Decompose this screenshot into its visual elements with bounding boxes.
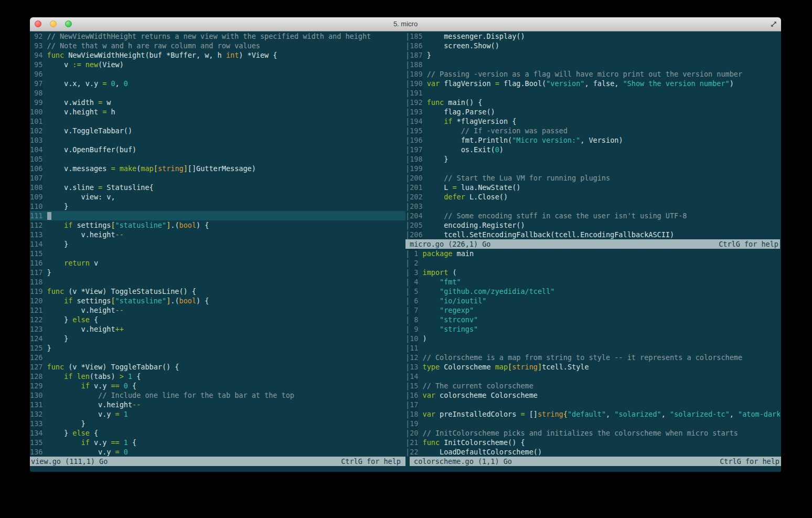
code-line[interactable]: 135 if v.y == 1 { [30,438,405,447]
code-line[interactable]: |2 [405,258,780,268]
editor-pane-view-go[interactable]: 92// NewViewWidthHeight returns a new vi… [30,31,405,457]
code-line[interactable]: 112 if settings["statusline"].(bool) { [30,220,405,230]
code-line[interactable]: |22 LoadDefaultColorscheme() [405,447,780,457]
code-text: messenger.Display() [423,31,525,41]
code-line[interactable]: 136 v.y = 0 [30,447,405,457]
code-line[interactable]: |6 "io/ioutil" [405,296,780,305]
code-line[interactable]: 117} [30,268,405,277]
editor-pane-micro-go[interactable]: |185 messenger.Display()|186 screen.Show… [405,31,780,239]
code-line[interactable]: 133 } [30,419,405,428]
code-line[interactable]: |185 messenger.Display() [405,31,780,41]
code-line[interactable]: |5 "github.com/zyedidia/tcell" [405,287,780,296]
code-line[interactable]: 130 // Include one line for the tab bar … [30,390,405,400]
code-line[interactable]: 128 if len(tabs) > 1 { [30,372,405,381]
code-line[interactable]: |4 "fmt" [405,277,780,287]
code-line[interactable]: |9 "strings" [405,324,780,334]
code-line[interactable]: |186 screen.Show() [405,41,780,50]
code-line[interactable]: 103 [30,135,405,145]
code-line[interactable]: 97 v.x, v.y = 0, 0 [30,79,405,88]
code-line[interactable]: 102 v.ToggleTabbar() [30,126,405,135]
code-line[interactable]: |199 [405,164,780,173]
code-text: v.y = 0 [42,447,128,457]
code-line[interactable]: 114 } [30,239,405,249]
code-line[interactable]: 100 v.height = h [30,107,405,117]
fullscreen-arrows-icon[interactable] [770,20,778,28]
code-line[interactable]: 93// Note that w and h are raw column an… [30,41,405,50]
code-line[interactable]: 113 v.height-- [30,230,405,239]
code-line[interactable]: 110 } [30,202,405,211]
code-line[interactable]: 111 [30,211,405,220]
code-line[interactable]: 94func NewViewWidthHeight(buf *Buffer, w… [30,50,405,60]
code-line[interactable]: 108 v.sline = Statusline{ [30,183,405,192]
code-line[interactable]: |200 // Start the Lua VM for running plu… [405,173,780,183]
code-line[interactable]: 131 v.height-- [30,400,405,409]
code-line[interactable]: 106 v.messages = make(map[string][]Gutte… [30,164,405,173]
code-line[interactable]: |202 defer L.Close() [405,192,780,202]
code-line[interactable]: 101 [30,117,405,126]
code-line[interactable]: 122 } else { [30,315,405,324]
code-line[interactable]: |21func InitColorscheme() { [405,438,780,447]
code-line[interactable]: |190var flagVersion = flag.Bool("version… [405,79,780,88]
code-line[interactable]: 132 v.y = 1 [30,409,405,419]
code-line[interactable]: 123 v.height++ [30,324,405,334]
code-line[interactable]: |193 flag.Parse() [405,107,780,117]
code-line[interactable]: |16var colorscheme Colorscheme [405,390,780,400]
line-number: 203 [410,202,422,211]
code-line[interactable]: |15// The current colorscheme [405,381,780,390]
code-line[interactable]: |189// Passing -version as a flag will h… [405,69,780,79]
code-line[interactable]: |206 tcell.SetEncodingFallback(tcell.Enc… [405,230,780,239]
code-line[interactable]: 109 view: v, [30,192,405,202]
code-line[interactable]: |194 if *flagVersion { [405,117,780,126]
code-line[interactable]: 118 [30,277,405,287]
code-line[interactable]: 96 [30,69,405,79]
code-line[interactable]: |17 [405,400,780,409]
code-line[interactable]: |203 [405,202,780,211]
code-line[interactable]: 105 [30,154,405,164]
code-line[interactable]: |188 [405,60,780,69]
code-line[interactable]: |10) [405,334,780,343]
code-line[interactable]: 125} [30,343,405,353]
code-line[interactable]: |192func main() { [405,98,780,107]
code-line[interactable]: |187} [405,50,780,60]
code-line[interactable]: 129 if v.y == 0 { [30,381,405,390]
code-line[interactable]: |20// InitColorscheme picks and initiali… [405,428,780,438]
code-line[interactable]: |198 } [405,154,780,164]
code-line[interactable]: |8 "strconv" [405,315,780,324]
code-line[interactable]: 99 v.width = w [30,98,405,107]
code-line[interactable]: |195 // If -version was passed [405,126,780,135]
code-text: if settings["statusline"].(bool) { [42,220,209,230]
code-text: // Some encoding stuff in case the user … [423,211,687,220]
code-line[interactable]: 92// NewViewWidthHeight returns a new vi… [30,31,405,41]
code-line[interactable]: |191 [405,88,780,98]
code-line[interactable]: 98 [30,88,405,98]
code-line[interactable]: 119func (v *View) ToggleStatusLine() { [30,287,405,296]
code-line[interactable]: 104 v.OpenBuffer(buf) [30,145,405,154]
code-line[interactable]: |3import ( [405,268,780,277]
code-line[interactable]: |205 encoding.Register() [405,220,780,230]
code-line[interactable]: 120 if settings["statusline"].(bool) { [30,296,405,305]
code-line[interactable]: 116 return v [30,258,405,268]
code-line[interactable]: |201 L = lua.NewState() [405,183,780,192]
window-titlebar[interactable]: 5. micro [30,17,781,31]
code-line[interactable]: 115 [30,249,405,258]
code-line[interactable]: 95 v := new(View) [30,60,405,69]
code-line[interactable]: |11 [405,343,780,353]
code-line[interactable]: |1package main [405,249,780,258]
code-line[interactable]: 134 } else { [30,428,405,438]
code-line[interactable]: |204 // Some encoding stuff in case the … [405,211,780,220]
code-line[interactable]: 121 v.height-- [30,305,405,315]
code-line[interactable]: 124 } [30,334,405,343]
code-line[interactable]: 127func (v *View) ToggleTabbar() { [30,362,405,372]
code-line[interactable]: 107 [30,173,405,183]
code-text: os.Exit(0) [423,145,504,154]
code-line[interactable]: |7 "regexp" [405,305,780,315]
code-line[interactable]: |18var preInstalledColors = []string{"de… [405,409,780,419]
code-line[interactable]: |13type Colorscheme map[string]tcell.Sty… [405,362,780,372]
editor-pane-colorscheme-go[interactable]: |1package main|2|3import (|4 "fmt"|5 "gi… [405,249,780,457]
code-line[interactable]: 126 [30,353,405,362]
code-line[interactable]: |197 os.Exit(0) [405,145,780,154]
code-line[interactable]: |12// Colorscheme is a map from string t… [405,353,780,362]
code-line[interactable]: |19 [405,419,780,428]
code-line[interactable]: |196 fmt.Println("Micro version:", Versi… [405,135,780,145]
code-line[interactable]: |14 [405,372,780,381]
